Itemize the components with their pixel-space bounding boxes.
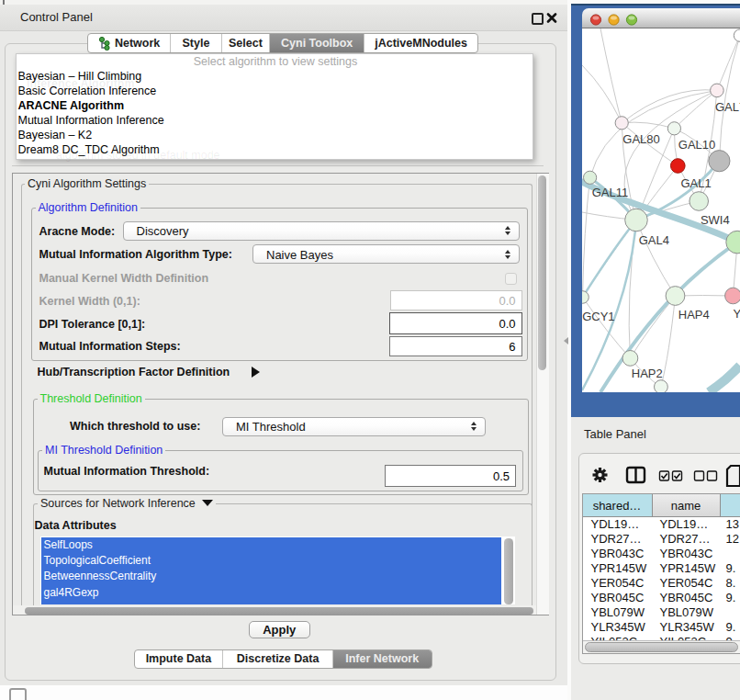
svg-text:HAP2: HAP2 (632, 367, 663, 380)
svg-text:GCY1: GCY1 (582, 310, 614, 323)
svg-text:GAL7: GAL7 (715, 100, 740, 114)
svg-text:GAL11: GAL11 (592, 186, 629, 199)
svg-text:GAL1: GAL1 (680, 176, 711, 190)
svg-text:HAP4: HAP4 (678, 308, 710, 322)
svg-text:SWI4: SWI4 (701, 213, 730, 227)
svg-text:GAL10: GAL10 (678, 138, 715, 152)
svg-text:GAL4: GAL4 (639, 233, 669, 247)
svg-text:YM: YM (734, 307, 740, 321)
svg-text:GAL80: GAL80 (622, 132, 659, 146)
